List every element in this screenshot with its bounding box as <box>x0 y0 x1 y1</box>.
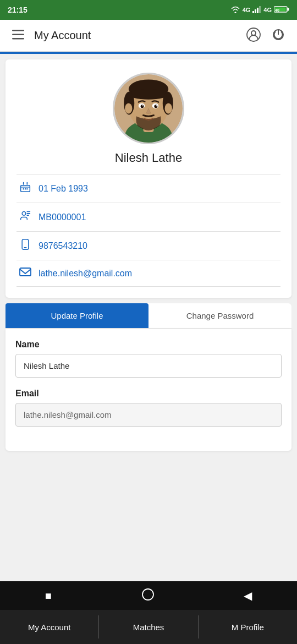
svg-point-27 <box>142 105 144 106</box>
time: 21:15 <box>8 6 28 14</box>
svg-rect-1 <box>255 9 256 13</box>
avatar <box>113 73 184 144</box>
form-group-email: Email <box>15 389 282 427</box>
stop-button[interactable]: ■ <box>32 585 65 607</box>
form-group-name: Name <box>15 340 282 378</box>
profile-icon-button[interactable] <box>243 24 264 47</box>
signal-text2: 4G <box>263 7 272 13</box>
svg-point-45 <box>142 589 153 600</box>
svg-rect-5 <box>288 8 289 10</box>
svg-rect-9 <box>12 34 24 36</box>
back-button[interactable]: ◀ <box>230 585 265 607</box>
app-header: My Account <box>0 20 297 52</box>
svg-point-12 <box>251 31 256 35</box>
form-card: Name Email <box>6 329 292 451</box>
svg-point-37 <box>26 188 28 190</box>
signal-text: 4G <box>243 7 251 13</box>
profile-name: Nilesh Lathe <box>16 151 280 165</box>
tabs-row: Update Profile Change Password <box>6 303 292 329</box>
header-title: My Account <box>34 29 91 42</box>
menu-button[interactable] <box>9 26 28 45</box>
svg-rect-3 <box>259 6 261 13</box>
avatar-wrapper <box>16 73 280 144</box>
email-icon <box>19 268 32 279</box>
svg-rect-2 <box>257 8 258 13</box>
profile-card: Nilesh Lathe 01 Feb 1993 <box>6 59 292 298</box>
svg-point-20 <box>129 89 168 100</box>
svg-rect-8 <box>12 30 24 31</box>
profile-phone-row: 9876543210 <box>16 232 280 260</box>
status-bar: 21:15 4G 4G 40 <box>0 0 297 20</box>
svg-point-35 <box>23 188 24 190</box>
name-input[interactable] <box>15 354 282 378</box>
bottom-nav-matches[interactable]: Matches <box>99 610 197 644</box>
profile-dob-row: 01 Feb 1993 <box>16 174 280 203</box>
svg-point-29 <box>125 103 132 113</box>
bottom-nav-m-profile[interactable]: M Profile <box>199 610 297 644</box>
profile-dob: 01 Feb 1993 <box>38 184 88 194</box>
header-actions <box>243 24 288 47</box>
tab-update-profile[interactable]: Update Profile <box>6 303 148 328</box>
svg-point-30 <box>165 103 172 113</box>
header-left: My Account <box>9 26 91 45</box>
system-nav: ■ ◀ <box>0 581 297 610</box>
profile-email-row: lathe.nilesh@gmail.com <box>16 260 280 287</box>
signal-bars-icon <box>252 6 261 15</box>
email-input[interactable] <box>15 403 282 427</box>
wifi-icon <box>230 6 240 15</box>
accent-line <box>0 52 297 54</box>
svg-point-36 <box>25 188 26 190</box>
avatar-image <box>114 73 183 144</box>
member-icon <box>19 210 32 224</box>
svg-point-25 <box>141 105 144 108</box>
profile-phone: 9876543210 <box>38 241 87 251</box>
profile-memberid: MB0000001 <box>38 212 86 222</box>
svg-rect-10 <box>12 38 24 40</box>
svg-text:40: 40 <box>275 8 279 12</box>
svg-point-28 <box>156 105 157 106</box>
profile-info-list: 01 Feb 1993 MB0000001 <box>16 174 280 287</box>
tab-change-password[interactable]: Change Password <box>148 303 292 328</box>
profile-memberid-row: MB0000001 <box>16 203 280 232</box>
name-label: Name <box>15 340 282 350</box>
phone-icon <box>19 239 32 253</box>
home-button[interactable] <box>129 584 167 608</box>
bottom-nav: My Account Matches M Profile <box>0 610 297 644</box>
power-button[interactable] <box>268 25 288 46</box>
profile-email: lathe.nilesh@gmail.com <box>38 269 132 279</box>
svg-point-38 <box>22 212 26 216</box>
bottom-nav-my-account[interactable]: My Account <box>0 610 98 644</box>
tabs-card: Update Profile Change Password <box>6 303 292 329</box>
svg-rect-0 <box>252 11 254 13</box>
svg-point-26 <box>154 105 157 108</box>
svg-rect-44 <box>20 268 31 276</box>
birthday-icon <box>19 182 32 195</box>
status-icons: 4G 4G 40 <box>230 6 289 15</box>
battery-icon: 40 <box>274 6 289 15</box>
email-label: Email <box>15 389 282 399</box>
